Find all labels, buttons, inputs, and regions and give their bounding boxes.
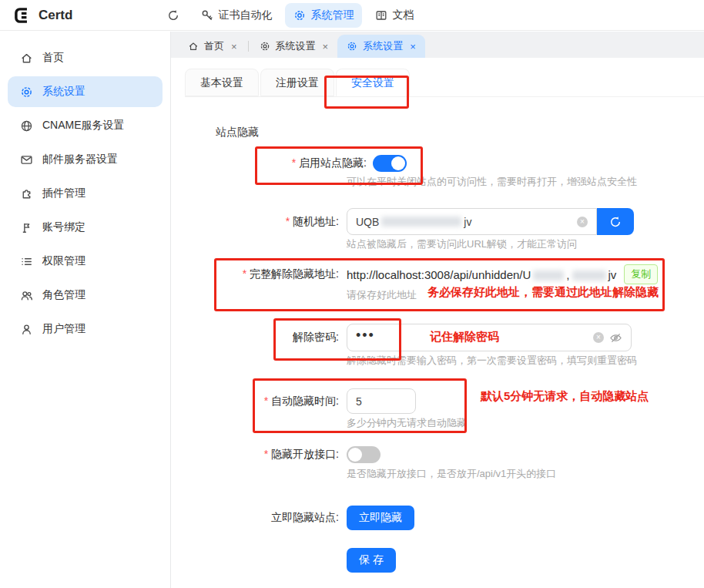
sidebar-item-user-management[interactable]: 用户管理 (8, 314, 163, 344)
unhide-password-input[interactable]: ••• × (347, 324, 632, 351)
field-label: *启用站点隐藏: (171, 156, 373, 170)
help-auto-hide-time: 多少分钟内无请求自动隐藏 (347, 416, 467, 430)
field-label: *随机地址: (171, 215, 347, 229)
field-label: *隐藏开放接口: (171, 448, 347, 462)
tab-system-settings-2[interactable]: 系统设置 × (337, 35, 425, 58)
label-text: 自动隐藏时间: (271, 395, 339, 407)
url-prefix: http://localhost:3008/api/unhidden/U (347, 268, 531, 281)
sidebar-item-label: 首页 (42, 51, 64, 65)
regenerate-path-button[interactable] (597, 208, 634, 235)
tab-label: 系统设置 (276, 39, 316, 53)
header-nav: 证书自动化 系统管理 文档 (159, 3, 422, 28)
refresh-button[interactable] (159, 4, 188, 27)
sidebar-item-label: 账号绑定 (42, 220, 85, 234)
home-icon (20, 52, 33, 65)
password-dots: ••• (356, 331, 375, 339)
help-hide-open-api: 是否隐藏开放接口，是否放开/api/v1开头的接口 (347, 467, 556, 481)
users-icon (20, 289, 33, 302)
gear-icon (347, 41, 357, 52)
sidebar-item-home[interactable]: 首页 (8, 42, 163, 73)
eye-invisible-icon[interactable] (609, 331, 622, 344)
required-mark: * (286, 215, 290, 227)
sidebar-item-plugin-management[interactable]: 插件管理 (8, 178, 163, 209)
save-button[interactable]: 保 存 (347, 548, 396, 573)
mail-icon (20, 153, 33, 166)
blurred-value (381, 217, 461, 227)
globe-icon (20, 119, 33, 133)
random-path-input[interactable]: UQBjv × (347, 208, 597, 235)
help-full-unhide-url: 请保存好此地址 (347, 288, 417, 302)
gear-icon (20, 86, 33, 99)
nav-system-management[interactable]: 系统管理 (285, 3, 362, 28)
sidebar-item-label: 用户管理 (42, 322, 85, 336)
clear-icon[interactable]: × (593, 332, 604, 343)
close-icon[interactable]: × (323, 41, 329, 52)
sidebar-item-system-settings[interactable]: 系统设置 (8, 76, 163, 107)
sidebar-item-cname-settings[interactable]: CNAME服务设置 (8, 110, 163, 141)
clear-icon[interactable]: × (577, 217, 588, 227)
blurred-value (572, 270, 606, 281)
close-icon[interactable]: × (231, 41, 237, 52)
sidebar-item-mail-settings[interactable]: 邮件服务器设置 (8, 144, 163, 175)
puzzle-icon (20, 187, 33, 200)
toggle-knob (391, 156, 405, 170)
field-label: *自动隐藏时间: (171, 395, 347, 408)
row-unhide-password: 解除密码: ••• × (171, 324, 632, 351)
field-label: 立即隐藏站点: (171, 511, 347, 525)
enable-site-hide-toggle[interactable] (373, 155, 407, 172)
app-header: Certd 证书自动化 系统管理 文档 (0, 0, 704, 31)
nav-label: 证书自动化 (218, 8, 272, 22)
sidebar-item-account-binding[interactable]: 账号绑定 (8, 212, 163, 243)
nav-cert-automation[interactable]: 证书自动化 (193, 3, 280, 28)
sidebar-item-label: 系统设置 (42, 85, 85, 99)
sidebar-item-label: 邮件服务器设置 (42, 153, 118, 166)
label-text: 完整解除隐藏地址: (250, 267, 339, 280)
sidebar-item-permission-management[interactable]: 权限管理 (8, 246, 163, 277)
row-full-unhide-url: *完整解除隐藏地址: http://localhost:3008/api/unh… (171, 264, 658, 284)
row-enable-site-hide: *启用站点隐藏: (171, 155, 407, 172)
tab-label: 基本设置 (200, 76, 243, 89)
row-auto-hide-time: *自动隐藏时间: 5 (171, 388, 416, 414)
field-label: 解除密码: (171, 331, 347, 344)
user-icon (20, 323, 33, 336)
label-text: 启用站点隐藏: (299, 156, 367, 169)
close-icon[interactable]: × (410, 41, 416, 52)
required-mark: * (292, 156, 296, 169)
tab-security-settings[interactable]: 安全设置 (336, 69, 410, 96)
row-random-path: *随机地址: UQBjv × (171, 208, 634, 235)
tab-label: 注册设置 (276, 76, 319, 89)
nav-docs[interactable]: 文档 (367, 3, 422, 28)
hide-now-button[interactable]: 立即隐藏 (347, 506, 414, 530)
main-content: 基本设置 注册设置 安全设置 站点隐藏 *启用站点隐藏: 可以在平时关闭站点的可… (171, 58, 704, 588)
label-text: 立即隐藏站点: (271, 511, 339, 523)
input-value: 5 (356, 395, 362, 408)
sidebar: 首页 系统设置 CNAME服务设置 邮件服务器设置 插件管理 账号绑定 权限 (0, 32, 171, 588)
sidebar-item-role-management[interactable]: 角色管理 (8, 280, 163, 311)
input-value-suffix: jv (464, 216, 471, 228)
field-label: *完整解除隐藏地址: (171, 267, 347, 281)
tab-register-settings[interactable]: 注册设置 (260, 69, 334, 96)
full-unhide-url-value: http://localhost:3008/api/unhidden/U,jv (347, 268, 616, 281)
open-tabs-bar: 首页 × 系统设置 × 系统设置 × (171, 32, 704, 58)
auto-hide-time-input[interactable]: 5 (347, 388, 416, 414)
row-save: 保 存 (347, 548, 396, 573)
refresh-icon (609, 216, 622, 228)
url-mid: , (566, 268, 569, 281)
flag-icon (20, 221, 33, 234)
gear-icon (260, 41, 270, 52)
group-label-site-hide: 站点隐藏 (216, 126, 259, 139)
copy-button[interactable]: 复制 (624, 264, 658, 284)
tab-system-settings-1[interactable]: 系统设置 × (250, 35, 338, 58)
input-value-prefix: UQB (356, 216, 379, 228)
help-unhide-password: 解除隐藏时需要输入密码，第一次需要设置密码，填写则重置密码 (347, 354, 637, 368)
tab-label: 系统设置 (363, 39, 403, 53)
blurred-value (533, 270, 564, 281)
row-hide-open-api: *隐藏开放接口: (171, 446, 380, 463)
list-icon (20, 255, 33, 268)
sidebar-item-label: CNAME服务设置 (42, 119, 125, 133)
tab-home[interactable]: 首页 × (179, 35, 246, 58)
hide-open-api-toggle[interactable] (347, 446, 380, 463)
tab-divider (248, 41, 249, 52)
tab-basic-settings[interactable]: 基本设置 (185, 69, 259, 96)
gear-icon (293, 9, 306, 22)
